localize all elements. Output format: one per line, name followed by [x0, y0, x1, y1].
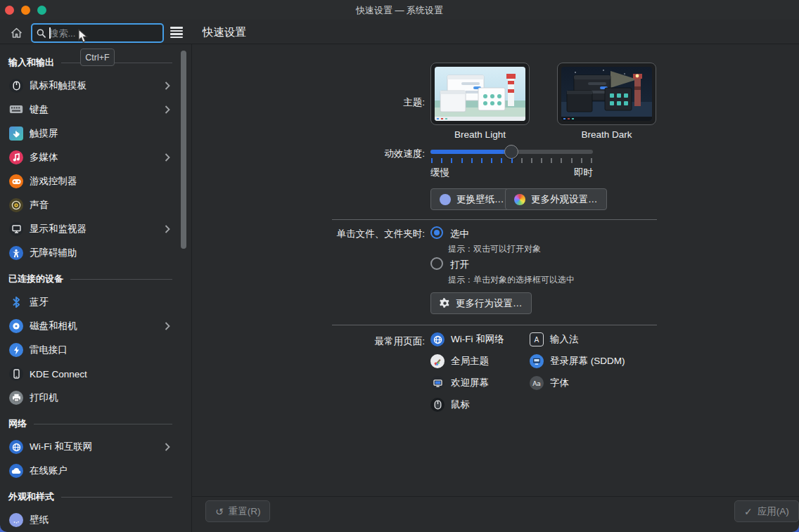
radio-open-on-click[interactable]: [430, 257, 443, 270]
wallpaper-icon: [440, 194, 451, 205]
section-header-appearance-style: 外观和样式: [0, 490, 191, 504]
sidebar-item-disks-cameras[interactable]: 磁盘和相机: [0, 314, 191, 338]
sidebar-divider: [191, 44, 192, 532]
apply-button[interactable]: ✓ 应用(A): [734, 500, 799, 522]
reset-button[interactable]: ↺ 重置(R): [205, 500, 270, 522]
radio-open-label: 打开: [450, 259, 469, 271]
sidebar: 输入和输出 鼠标和触摸板 键盘 触摸屏 多媒体: [0, 44, 191, 532]
theme-label: 主题:: [267, 96, 425, 109]
link-fonts[interactable]: Aa 字体: [530, 376, 625, 390]
checkmark-icon: ✓: [744, 506, 753, 517]
breath-light-preview: [435, 67, 525, 121]
display-icon: [9, 222, 23, 236]
section-header-connected-devices: 已连接的设备: [0, 272, 191, 286]
text-caret: [49, 27, 51, 39]
gear-icon: [440, 298, 450, 309]
fonts-icon: Aa: [530, 376, 544, 390]
sidebar-item-accessibility[interactable]: 无障碍辅助: [0, 241, 191, 265]
section-separator: [332, 219, 657, 220]
slider-max-label: 即时: [549, 167, 593, 179]
section-separator: [332, 325, 657, 325]
sidebar-item-display-monitors[interactable]: 显示和监视器: [0, 217, 191, 241]
wallpaper-icon: [9, 513, 23, 527]
link-welcome-screen[interactable]: 欢迎屏幕: [430, 376, 504, 390]
theme-option-breath-light[interactable]: [430, 63, 530, 125]
theme-option-breath-dark[interactable]: [557, 63, 656, 125]
radio-select-label: 选中: [450, 228, 469, 240]
search-input-box[interactable]: [31, 23, 164, 43]
sidebar-item-touchscreen[interactable]: 触摸屏: [0, 122, 191, 145]
page-title: 快速设置: [203, 25, 246, 40]
sidebar-item-multimedia[interactable]: 多媒体: [0, 145, 191, 169]
sidebar-scrollbar[interactable]: [181, 51, 186, 249]
printer-icon: [9, 391, 23, 405]
link-wifi-network[interactable]: Wi-Fi 和网络: [430, 332, 504, 346]
sidebar-item-game-controller[interactable]: 游戏控制器: [0, 169, 191, 193]
chevron-right-icon: [165, 82, 170, 90]
input-method-icon: A: [530, 332, 544, 346]
frequent-pages-column-2: A 输入法 登录屏幕 (SDDM) Aa 字体: [530, 332, 625, 398]
breath-dark-preview: [561, 67, 652, 121]
wifi-globe-icon: [9, 440, 23, 454]
radio-open-hint: 提示：单击对象的选择框可以选中: [448, 274, 575, 286]
chevron-right-icon: [165, 322, 170, 330]
accessibility-icon: [9, 246, 23, 260]
search-shortcut-tooltip: Ctrl+F: [80, 48, 115, 66]
frequent-pages-label: 最常用页面:: [267, 335, 425, 348]
sidebar-item-wallpaper[interactable]: 壁纸: [0, 508, 191, 532]
slider-fill: [430, 150, 512, 154]
touchscreen-icon: [9, 126, 23, 141]
change-wallpaper-button[interactable]: 更换壁纸…: [430, 188, 513, 210]
chevron-right-icon: [165, 153, 170, 162]
sidebar-item-printers[interactable]: 打印机: [0, 386, 191, 410]
theme-name-dark: Breath Dark: [557, 129, 656, 140]
theme-name-light: Breath Light: [430, 129, 530, 140]
home-button[interactable]: [8, 25, 24, 41]
svg-text:A: A: [535, 336, 539, 344]
chevron-right-icon: [165, 443, 170, 451]
radio-select-on-click[interactable]: [430, 226, 443, 239]
cloud-icon: [9, 464, 23, 478]
kde-connect-icon: [9, 367, 23, 381]
more-behavior-settings-button[interactable]: 更多行为设置…: [430, 292, 532, 314]
sound-icon: [9, 198, 23, 212]
slider-ticks: [431, 158, 592, 163]
sddm-icon: [530, 354, 544, 368]
sidebar-item-kde-connect[interactable]: KDE Connect: [0, 362, 191, 386]
link-global-theme[interactable]: 全局主题: [430, 354, 504, 368]
undo-icon: ↺: [215, 506, 224, 517]
sidebar-item-wifi-internet[interactable]: Wi-Fi 和互联网: [0, 435, 191, 459]
slider-handle[interactable]: [504, 145, 518, 159]
link-mouse[interactable]: 鼠标: [430, 398, 504, 412]
sidebar-item-sound[interactable]: 声音: [0, 193, 191, 217]
sidebar-item-thunderbolt[interactable]: 雷电接口: [0, 338, 191, 362]
mouse-icon: [9, 79, 23, 93]
sidebar-item-bluetooth[interactable]: 蓝牙: [0, 290, 191, 314]
animation-speed-label: 动效速度:: [267, 148, 425, 160]
keyboard-icon: [9, 103, 23, 117]
section-header-network: 网络: [0, 417, 191, 431]
welcome-screen-icon: [430, 376, 445, 390]
global-theme-icon: [430, 354, 445, 368]
system-settings-window: 快速设置 — 系统设置 快速设置 Ctrl+F 输入和输出 鼠标和触摸板: [0, 0, 799, 532]
svg-text:Aa: Aa: [532, 380, 541, 387]
more-appearance-settings-button[interactable]: 更多外观设置…: [505, 188, 607, 210]
click-behavior-label: 单击文件、文件夹时:: [267, 228, 425, 240]
sidebar-item-keyboard[interactable]: 键盘: [0, 98, 191, 122]
mouse-icon: [430, 398, 445, 412]
hamburger-icon: [170, 27, 183, 29]
link-input-method[interactable]: A 输入法: [530, 332, 625, 346]
slider-min-label: 缓慢: [430, 167, 449, 179]
menu-button[interactable]: [170, 27, 183, 38]
bluetooth-icon: [9, 295, 23, 309]
home-icon: [11, 27, 23, 39]
link-login-screen-sddm[interactable]: 登录屏幕 (SDDM): [530, 354, 625, 368]
sidebar-item-online-accounts[interactable]: 在线账户: [0, 459, 191, 483]
multimedia-icon: [9, 150, 23, 164]
frequent-pages-column-1: Wi-Fi 和网络 全局主题 欢迎屏幕 鼠标: [430, 332, 504, 420]
thunderbolt-icon: [9, 343, 23, 357]
search-input[interactable]: [49, 28, 158, 39]
sidebar-item-mouse-touchpad[interactable]: 鼠标和触摸板: [0, 74, 191, 98]
footer-divider: [192, 496, 799, 497]
radio-select-hint: 提示：双击可以打开对象: [448, 243, 541, 255]
